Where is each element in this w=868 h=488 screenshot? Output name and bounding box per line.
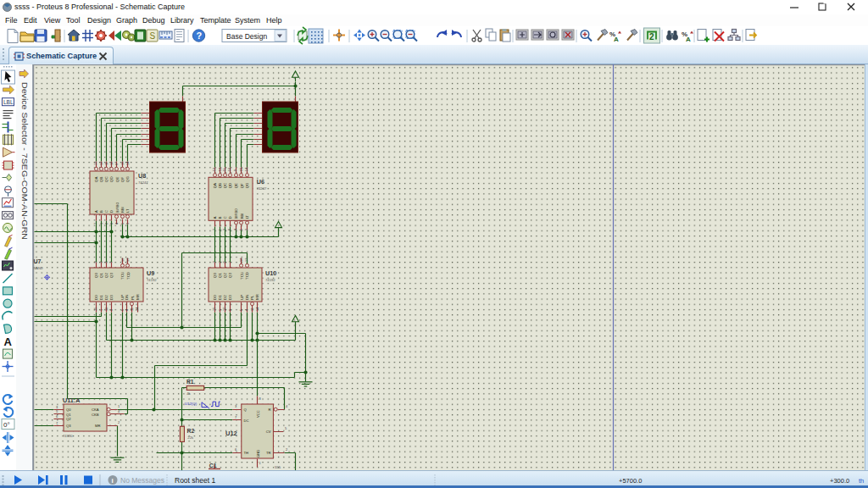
- svg-text:LBL: LBL: [3, 99, 14, 105]
- svg-text:U10: U10: [265, 269, 276, 277]
- svg-text:D1: D1: [99, 295, 103, 300]
- svg-text:U12(Q): U12(Q): [185, 402, 198, 406]
- svg-text:Q2: Q2: [104, 273, 108, 278]
- svg-text:U7: U7: [33, 258, 41, 264]
- svg-text:3: 3: [93, 261, 97, 263]
- svg-text:D: D: [109, 210, 114, 213]
- svg-text:11: 11: [104, 162, 108, 165]
- svg-text:8: 8: [259, 396, 261, 401]
- svg-text:S: S: [150, 31, 156, 41]
- svg-text:RBI: RBI: [120, 207, 125, 213]
- svg-text:B: B: [99, 210, 103, 213]
- svg-text:22k: 22k: [187, 435, 194, 440]
- svg-text:12: 12: [99, 162, 103, 165]
- svg-text:9: 9: [109, 309, 114, 311]
- svg-text:7: 7: [109, 261, 114, 263]
- svg-text:6: 6: [228, 229, 232, 230]
- svg-text:LT: LT: [125, 208, 130, 213]
- svg-text:MR: MR: [136, 294, 140, 300]
- svg-text:TH: TH: [244, 451, 249, 455]
- svg-text:QG: QG: [245, 182, 249, 188]
- svg-text:Q1: Q1: [218, 273, 222, 278]
- svg-text:D3: D3: [109, 295, 114, 300]
- svg-text:0°: 0°: [3, 421, 10, 429]
- svg-text:VCC: VCC: [256, 410, 260, 418]
- svg-text:DN: DN: [125, 295, 129, 300]
- svg-text:CKB: CKB: [92, 413, 99, 417]
- svg-text:5: 5: [239, 309, 243, 311]
- svg-text:Q0: Q0: [94, 273, 98, 278]
- svg-text:R2: R2: [187, 428, 195, 434]
- svg-text:PL: PL: [250, 295, 254, 300]
- svg-text:QB: QB: [99, 177, 103, 182]
- svg-text:B: B: [218, 216, 222, 219]
- svg-text:TCU: TCU: [120, 272, 125, 280]
- svg-text:QG: QG: [125, 176, 130, 182]
- svg-text:13: 13: [125, 258, 130, 262]
- svg-text:7: 7: [235, 415, 236, 419]
- svg-text:QD: QD: [228, 183, 232, 189]
- svg-text:R1: R1: [186, 379, 194, 385]
- svg-text:3: 3: [125, 223, 130, 225]
- svg-text:D: D: [228, 216, 232, 219]
- svg-text:13: 13: [212, 168, 216, 171]
- svg-text:7: 7: [93, 223, 97, 225]
- svg-text:QC: QC: [223, 183, 227, 189]
- svg-text:Q2: Q2: [223, 273, 227, 278]
- svg-text:13: 13: [93, 162, 97, 165]
- svg-text:BI/RBO: BI/RBO: [235, 208, 238, 219]
- svg-text:2: 2: [99, 261, 103, 263]
- svg-text:QB: QB: [218, 183, 222, 188]
- svg-text:PL: PL: [131, 295, 135, 300]
- svg-text:12: 12: [239, 258, 243, 262]
- svg-text:Q1: Q1: [66, 413, 71, 417]
- svg-text:3: 3: [212, 261, 216, 263]
- svg-text:Q0: Q0: [66, 408, 71, 412]
- svg-text:7: 7: [228, 261, 232, 263]
- svg-text:1: 1: [218, 309, 222, 311]
- svg-text:A: A: [614, 36, 619, 43]
- svg-text:th: th: [859, 477, 864, 485]
- svg-text:CV: CV: [266, 430, 271, 434]
- svg-text:QE: QE: [234, 183, 238, 188]
- svg-text:9: 9: [228, 309, 232, 311]
- svg-text:R: R: [268, 408, 270, 412]
- svg-text:TCD: TCD: [126, 272, 131, 280]
- svg-text:U9: U9: [147, 269, 154, 277]
- svg-text:D0: D0: [213, 295, 217, 300]
- svg-text:555: 555: [275, 465, 281, 469]
- svg-text:TCD: TCD: [245, 272, 249, 280]
- svg-text:DC: DC: [244, 419, 249, 423]
- svg-text:No Messages: No Messages: [120, 476, 164, 485]
- svg-text:Device Selector - 7SEG-COM-AN-: Device Selector - 7SEG-COM-AN-GRN: [20, 82, 29, 240]
- svg-text:Root sheet 1: Root sheet 1: [175, 476, 215, 485]
- svg-text:2: 2: [222, 229, 226, 230]
- svg-text:LT: LT: [245, 214, 249, 219]
- svg-text:11: 11: [250, 308, 254, 311]
- svg-text:A: A: [686, 36, 691, 43]
- svg-text:74247: 74247: [257, 186, 267, 191]
- svg-text:D1: D1: [218, 295, 222, 300]
- svg-text:+5700.0: +5700.0: [619, 477, 642, 485]
- svg-text:Q1: Q1: [99, 273, 103, 278]
- svg-text:Q0: Q0: [213, 273, 217, 278]
- svg-text:6: 6: [109, 223, 114, 225]
- svg-text:1: 1: [118, 404, 120, 408]
- svg-text:D0: D0: [94, 295, 98, 300]
- svg-text:Q3: Q3: [109, 273, 114, 278]
- svg-text:C: C: [104, 210, 108, 213]
- svg-text:9: 9: [233, 169, 237, 171]
- svg-text:2: 2: [286, 447, 287, 452]
- svg-text:A: A: [94, 210, 98, 213]
- svg-text:QA: QA: [94, 177, 98, 182]
- svg-text:TCU: TCU: [240, 272, 244, 280]
- svg-text:3: 3: [235, 404, 236, 408]
- svg-text:TR: TR: [266, 451, 271, 455]
- svg-text:5: 5: [239, 229, 243, 230]
- svg-text:QD: QD: [109, 176, 114, 182]
- svg-text:?: ?: [197, 30, 203, 41]
- svg-text:6: 6: [222, 261, 226, 263]
- svg-text:UP: UP: [240, 295, 244, 300]
- svg-text:1: 1: [218, 229, 222, 230]
- svg-text:QE: QE: [115, 177, 120, 182]
